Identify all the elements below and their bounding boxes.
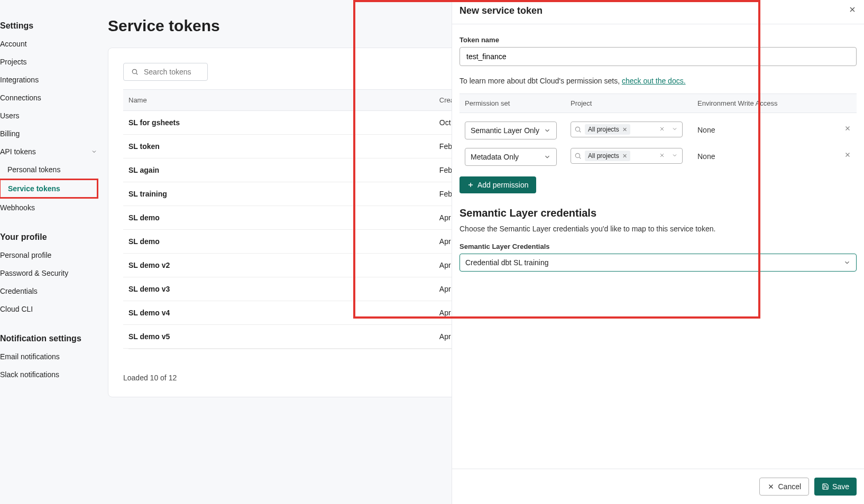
token-name: SL demo v3: [123, 277, 434, 301]
save-icon: [822, 483, 829, 490]
delete-row-button[interactable]: [844, 122, 851, 134]
svg-line-11: [580, 157, 581, 159]
svg-line-1: [136, 73, 138, 75]
token-name: SL for gsheets: [123, 111, 434, 135]
chevron-down-icon: [544, 153, 551, 161]
token-name: SL token: [123, 135, 434, 158]
new-token-drawer: New service token Token name To learn mo…: [452, 0, 864, 504]
col-project: Project: [565, 94, 692, 113]
search-icon: [574, 126, 582, 133]
svg-point-0: [132, 69, 136, 73]
permission-set-select[interactable]: Semantic Layer Only: [465, 122, 557, 139]
token-name: SL training: [123, 182, 434, 206]
token-name: SL again: [123, 158, 434, 182]
chevron-down-icon: [843, 259, 851, 266]
sidebar-heading-settings: Settings: [0, 16, 108, 35]
sidebar-item-billing[interactable]: Billing: [0, 125, 108, 143]
permission-help-text: To learn more about dbt Cloud's permissi…: [459, 77, 857, 85]
col-name: Name: [123, 90, 434, 111]
project-multiselect[interactable]: All projects ✕: [571, 122, 683, 137]
save-button[interactable]: Save: [814, 478, 857, 496]
permission-set-value: Semantic Layer Only: [471, 126, 539, 135]
search-tokens[interactable]: [123, 63, 208, 81]
svg-point-10: [575, 153, 580, 157]
sidebar-item-webhooks[interactable]: Webhooks: [0, 199, 108, 217]
cancel-label: Cancel: [778, 482, 801, 491]
clear-icon[interactable]: [659, 125, 665, 134]
sidebar-item-projects[interactable]: Projects: [0, 53, 108, 71]
sidebar-item-password-security[interactable]: Password & Security: [0, 264, 108, 282]
permission-row: Metadata Only All projects ✕ None: [459, 139, 857, 166]
drawer-title: New service token: [459, 5, 543, 16]
permission-row: Semantic Layer Only All projects ✕ None: [459, 113, 857, 140]
token-name: SL demo v2: [123, 254, 434, 277]
search-icon: [131, 68, 139, 76]
help-prefix: To learn more about dbt Cloud's permissi…: [459, 77, 622, 85]
sl-credentials-value: Credential dbt SL training: [465, 258, 548, 267]
col-env-access: Environment Write Access: [692, 94, 857, 113]
chevron-down-icon[interactable]: [672, 152, 678, 160]
x-icon: [767, 483, 775, 490]
search-input[interactable]: [144, 68, 200, 76]
drawer-header: New service token: [452, 0, 864, 24]
token-name: SL demo v5: [123, 325, 434, 349]
permissions-table: Permission set Project Environment Write…: [459, 94, 857, 166]
project-multiselect[interactable]: All projects ✕: [571, 148, 683, 164]
sidebar-item-cloud-cli[interactable]: Cloud CLI: [0, 300, 108, 318]
col-permission-set: Permission set: [459, 94, 565, 113]
sidebar-item-integrations[interactable]: Integrations: [0, 71, 108, 89]
sidebar-item-credentials[interactable]: Credentials: [0, 282, 108, 300]
chip-label: All projects: [588, 152, 619, 160]
sidebar-item-connections[interactable]: Connections: [0, 89, 108, 107]
settings-sidebar: Settings Account Projects Integrations C…: [0, 0, 108, 504]
token-name-label: Token name: [459, 36, 857, 44]
project-chip: All projects ✕: [585, 151, 630, 161]
chevron-down-icon: [544, 127, 551, 134]
add-permission-button[interactable]: Add permission: [459, 176, 536, 193]
sidebar-item-service-tokens[interactable]: Service tokens: [0, 179, 98, 199]
permission-set-select[interactable]: Metadata Only: [465, 148, 557, 166]
close-icon[interactable]: [848, 5, 857, 16]
sidebar-heading-profile: Your profile: [0, 227, 108, 246]
sl-credentials-label: Semantic Layer Credentials: [459, 242, 857, 250]
chevron-down-icon: [91, 148, 97, 155]
env-access-value: None: [697, 122, 715, 134]
cancel-button[interactable]: Cancel: [759, 478, 809, 496]
svg-line-5: [580, 131, 581, 133]
env-access-value: None: [697, 148, 715, 161]
sidebar-item-slack-notifications[interactable]: Slack notifications: [0, 366, 108, 384]
token-name: SL demo: [123, 206, 434, 230]
plus-icon: [467, 181, 474, 189]
sidebar-item-account[interactable]: Account: [0, 35, 108, 53]
clear-icon[interactable]: [659, 152, 665, 160]
token-name-input[interactable]: [459, 47, 857, 66]
permission-set-value: Metadata Only: [471, 153, 519, 161]
sidebar-item-api-tokens-label: API tokens: [0, 147, 36, 156]
drawer-footer: Cancel Save: [452, 469, 864, 504]
sl-credentials-help: Choose the Semantic Layer credentials yo…: [459, 225, 857, 233]
delete-row-button[interactable]: [844, 148, 851, 161]
add-permission-label: Add permission: [477, 181, 529, 189]
sidebar-item-users[interactable]: Users: [0, 107, 108, 125]
sidebar-item-api-tokens[interactable]: API tokens: [0, 143, 108, 161]
project-chip: All projects ✕: [585, 124, 630, 135]
chip-remove-icon[interactable]: ✕: [622, 153, 627, 160]
chip-remove-icon[interactable]: ✕: [622, 126, 627, 133]
sidebar-item-personal-tokens[interactable]: Personal tokens: [0, 161, 108, 179]
drawer-body: Token name To learn more about dbt Cloud…: [452, 24, 864, 469]
sidebar-item-email-notifications[interactable]: Email notifications: [0, 348, 108, 366]
svg-point-4: [575, 127, 580, 131]
chip-label: All projects: [588, 126, 619, 133]
docs-link[interactable]: check out the docs.: [622, 77, 686, 85]
save-label: Save: [832, 482, 849, 491]
sidebar-heading-notifications: Notification settings: [0, 329, 108, 348]
chevron-down-icon[interactable]: [672, 125, 678, 134]
search-icon: [574, 152, 582, 160]
sl-credentials-select[interactable]: Credential dbt SL training: [459, 254, 857, 272]
sidebar-item-personal-profile[interactable]: Personal profile: [0, 246, 108, 264]
token-name: SL demo: [123, 230, 434, 254]
token-name: SL demo v4: [123, 301, 434, 325]
sl-credentials-heading: Semantic Layer credentials: [459, 207, 857, 219]
